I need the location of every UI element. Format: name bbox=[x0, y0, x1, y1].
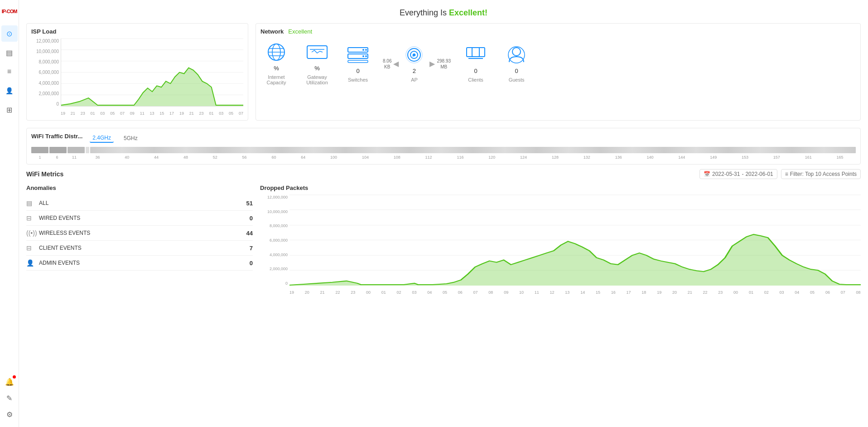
heatmap-ch3 bbox=[68, 147, 85, 153]
isp-x-labels: 19212301030507091113151719212301030507 bbox=[61, 107, 243, 116]
ap-label: AP bbox=[411, 77, 418, 82]
metrics-controls: 📅 2022-05-31 - 2022-06-01 ≡ Filter: Top … bbox=[699, 169, 861, 179]
dashboard-icon[interactable]: ⊙ bbox=[1, 25, 18, 42]
settings-icon[interactable]: ⚙ bbox=[1, 406, 18, 422]
ap-icon: IP bbox=[402, 45, 426, 65]
isp-load-panel: ISP Load 12,000,000 10,000,000 8,000,000… bbox=[26, 23, 248, 121]
switches-item: 0 Switches bbox=[342, 45, 374, 82]
date-start: 2022-05-31 bbox=[712, 171, 740, 177]
logo: IP-COM bbox=[0, 5, 19, 18]
anomaly-wireless-count: 44 bbox=[246, 230, 253, 237]
guests-icon bbox=[505, 45, 528, 65]
sidebar: IP-COM ⊙ ▤ ≡ 👤 ⊞ 🔔 ✎ ⚙ bbox=[0, 0, 19, 427]
clients-icon bbox=[464, 45, 487, 65]
switches-label: Switches bbox=[348, 77, 368, 82]
isp-chart-area bbox=[61, 39, 243, 107]
anomaly-wireless[interactable]: ((•)) WIRELESS EVENTS 44 bbox=[26, 226, 253, 241]
internet-capacity-item: % InternetCapacity bbox=[260, 42, 292, 85]
date-separator: - bbox=[742, 171, 743, 177]
wifi-heatmap-row bbox=[31, 147, 856, 153]
anomaly-wired-label: WIRED EVENTS bbox=[39, 215, 250, 221]
svg-point-19 bbox=[362, 55, 364, 57]
clients-label: Clients bbox=[468, 77, 483, 82]
ap-download-label: 298.93MB bbox=[437, 58, 451, 70]
svg-rect-15 bbox=[348, 60, 368, 63]
ap-item: IP 2 AP bbox=[400, 45, 428, 82]
globe-icon bbox=[265, 42, 288, 62]
svg-text:IP: IP bbox=[413, 53, 416, 58]
switch-icon bbox=[346, 45, 370, 65]
svg-point-18 bbox=[365, 55, 367, 57]
wifi-metrics-title: WiFi Metrics bbox=[26, 170, 63, 178]
isp-y-labels: 12,000,000 10,000,000 8,000,000 6,000,00… bbox=[31, 39, 61, 107]
wifi-traffic-header: WiFi Traffic Distr... 2.4GHz 5GHz bbox=[31, 133, 856, 143]
guests-item: 0 Guests bbox=[501, 45, 532, 82]
wifi-metrics-section: WiFi Metrics 📅 2022-05-31 - 2022-06-01 ≡… bbox=[26, 169, 861, 295]
table-icon[interactable]: ⊞ bbox=[1, 102, 18, 118]
dropped-packets-chart: 12,000,000 10,000,000 8,000,000 6,000,00… bbox=[260, 195, 861, 295]
heatmap-ch1 bbox=[31, 147, 48, 153]
svg-rect-11 bbox=[307, 46, 327, 58]
layers-icon[interactable]: ≡ bbox=[1, 63, 18, 80]
bell-icon[interactable]: 🔔 bbox=[1, 374, 18, 390]
channel-labels: 1 6 11 364044 485256 6064100 104108112 1… bbox=[31, 155, 856, 160]
admin-events-icon: 👤 bbox=[26, 259, 39, 267]
anomalies-title: Anomalies bbox=[26, 184, 253, 191]
anomaly-admin[interactable]: 👤 ADMIN EVENTS 0 bbox=[26, 256, 253, 271]
freq-2-4ghz-btn[interactable]: 2.4GHz bbox=[90, 134, 114, 143]
freq-5ghz-btn[interactable]: 5GHz bbox=[121, 134, 140, 142]
clients-item: 0 Clients bbox=[460, 45, 492, 82]
svg-point-16 bbox=[365, 49, 367, 51]
anomaly-wired-count: 0 bbox=[250, 215, 253, 222]
dropped-packets-panel: Dropped Packets 12,000,000 10,000,000 8,… bbox=[260, 184, 861, 295]
ap-group: 8.06KB ◀ IP bbox=[383, 45, 451, 82]
date-range[interactable]: 📅 2022-05-31 - 2022-06-01 bbox=[699, 169, 777, 179]
arrow-right-icon: ▶ bbox=[429, 59, 435, 68]
header-status: Excellent! bbox=[449, 8, 487, 17]
monitor-icon[interactable]: ▤ bbox=[1, 44, 18, 61]
guests-label: Guests bbox=[509, 77, 525, 82]
anomaly-wireless-label: WIRELESS EVENTS bbox=[39, 230, 246, 236]
all-icon: ▤ bbox=[26, 199, 39, 207]
anomaly-all-label: ALL bbox=[39, 200, 246, 206]
dropped-x-labels: 1920212223000102030405060708091011121314… bbox=[289, 286, 861, 295]
gateway-util-label: GatewayUtilization bbox=[306, 74, 328, 85]
users-icon[interactable]: 👤 bbox=[1, 82, 18, 99]
wired-icon: ⊟ bbox=[26, 214, 39, 222]
anomaly-all[interactable]: ▤ ALL 51 bbox=[26, 196, 253, 211]
page-header: Everything Is Excellent! bbox=[26, 5, 861, 23]
anomaly-wired[interactable]: ⊟ WIRED EVENTS 0 bbox=[26, 211, 253, 226]
internet-capacity-label: InternetCapacity bbox=[267, 74, 286, 85]
anomaly-admin-count: 0 bbox=[250, 260, 253, 267]
filter-button[interactable]: ≡ Filter: Top 10 Access Points bbox=[781, 169, 861, 179]
dropped-packets-title: Dropped Packets bbox=[260, 184, 861, 191]
calendar-icon: 📅 bbox=[704, 171, 710, 177]
anomaly-client-count: 7 bbox=[250, 245, 253, 252]
clients-value: 0 bbox=[474, 68, 477, 74]
svg-rect-13 bbox=[348, 48, 368, 52]
gateway-util-value: % bbox=[314, 65, 320, 72]
svg-point-28 bbox=[512, 48, 521, 56]
anomaly-client-label: CLIENT EVENTS bbox=[39, 245, 250, 251]
isp-load-title: ISP Load bbox=[31, 28, 243, 35]
client-events-icon: ⊟ bbox=[26, 244, 39, 252]
gateway-util-item: % GatewayUtilization bbox=[301, 42, 333, 85]
network-status: Excellent bbox=[288, 28, 312, 35]
wifi-traffic-title: WiFi Traffic Distr... bbox=[31, 133, 82, 140]
main-content: Everything Is Excellent! ISP Load 12,000… bbox=[19, 0, 868, 427]
isp-load-chart: 12,000,000 10,000,000 8,000,000 6,000,00… bbox=[31, 39, 243, 116]
anomaly-client[interactable]: ⊟ CLIENT EVENTS 7 bbox=[26, 241, 253, 256]
top-row: ISP Load 12,000,000 10,000,000 8,000,000… bbox=[26, 23, 861, 121]
wifi-traffic-panel: WiFi Traffic Distr... 2.4GHz 5GHz 1 6 11… bbox=[26, 128, 861, 165]
svg-point-29 bbox=[508, 47, 525, 63]
anomalies-panel: Anomalies ▤ ALL 51 ⊟ WIRED EVENTS 0 ((•)… bbox=[26, 184, 253, 295]
ap-upload-label: 8.06KB bbox=[383, 58, 391, 70]
edit-icon[interactable]: ✎ bbox=[1, 390, 18, 406]
heatmap-gap bbox=[86, 147, 89, 153]
network-header: Network Excellent bbox=[260, 28, 856, 35]
metrics-content: Anomalies ▤ ALL 51 ⊟ WIRED EVENTS 0 ((•)… bbox=[26, 184, 861, 295]
svg-rect-14 bbox=[348, 54, 368, 58]
anomaly-admin-label: ADMIN EVENTS bbox=[39, 260, 250, 266]
switches-value: 0 bbox=[356, 68, 359, 74]
anomaly-all-count: 51 bbox=[246, 200, 253, 207]
